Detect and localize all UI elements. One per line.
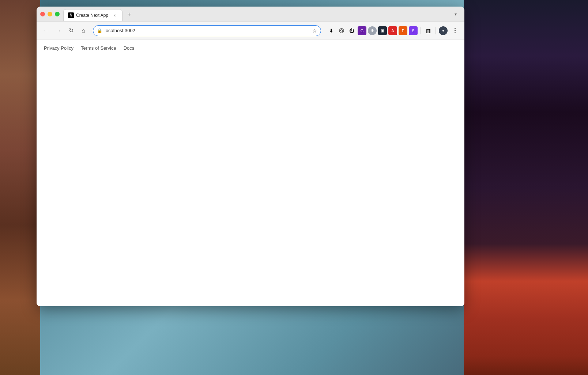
- terms-of-service-link[interactable]: Terms of Service: [81, 45, 116, 51]
- address-bar[interactable]: 🔒 ☆: [93, 25, 321, 36]
- page-navigation: Privacy Policy Terms of Service Docs: [44, 45, 457, 51]
- ext-g-icon[interactable]: G: [358, 26, 366, 35]
- window-controls: [40, 12, 60, 16]
- page-content: Privacy Policy Terms of Service Docs: [37, 39, 464, 306]
- docs-link[interactable]: Docs: [124, 45, 135, 51]
- ext-profile-icon[interactable]: ●: [439, 26, 448, 35]
- ext-s-icon[interactable]: S: [409, 26, 418, 35]
- download-icon[interactable]: ⬇: [327, 26, 336, 35]
- extensions-area: ⬇ ⏻ G ⚙ ▣ A F S ▥ ●: [327, 26, 448, 35]
- bookmark-icon[interactable]: ☆: [312, 28, 317, 34]
- close-button[interactable]: [40, 12, 45, 16]
- home-button[interactable]: ⌂: [78, 26, 88, 36]
- ext-refresh-icon[interactable]: [337, 26, 346, 35]
- forward-button[interactable]: →: [53, 26, 64, 36]
- tab-favicon: N: [68, 12, 74, 18]
- browser-menu-button[interactable]: [450, 26, 460, 36]
- privacy-policy-link[interactable]: Privacy Policy: [44, 45, 74, 51]
- toolbar-divider-2: [436, 27, 436, 34]
- tab-close-button[interactable]: ×: [112, 12, 118, 18]
- ext-f-icon[interactable]: F: [399, 26, 407, 35]
- maximize-button[interactable]: [55, 12, 60, 16]
- back-button[interactable]: ←: [41, 26, 51, 36]
- ext-power-icon[interactable]: ⏻: [347, 26, 356, 35]
- ext-gear-icon[interactable]: ⚙: [368, 26, 377, 35]
- tabs-area: N Create Next App × +: [63, 7, 451, 21]
- minimize-button[interactable]: [48, 12, 52, 16]
- ext-dark-icon[interactable]: ▣: [378, 26, 387, 35]
- ext-sidebar-icon[interactable]: ▥: [424, 26, 433, 35]
- reload-button[interactable]: ↻: [66, 26, 76, 36]
- ext-a-icon[interactable]: A: [388, 26, 397, 35]
- browser-window: N Create Next App × + ▾ ← → ↻ ⌂ 🔒 ☆ ⬇: [37, 7, 464, 306]
- toolbar: ← → ↻ ⌂ 🔒 ☆ ⬇ ⏻ G ⚙ ▣ A F S: [37, 22, 464, 39]
- title-bar: N Create Next App × + ▾: [37, 7, 464, 22]
- url-input[interactable]: [105, 28, 310, 33]
- tab-list-button[interactable]: ▾: [451, 9, 461, 19]
- toolbar-divider: [421, 27, 421, 34]
- svg-point-0: [339, 29, 344, 33]
- tab-title: Create Next App: [76, 13, 108, 18]
- security-icon: 🔒: [97, 28, 102, 33]
- new-tab-button[interactable]: +: [124, 9, 134, 19]
- active-tab[interactable]: N Create Next App ×: [63, 9, 122, 21]
